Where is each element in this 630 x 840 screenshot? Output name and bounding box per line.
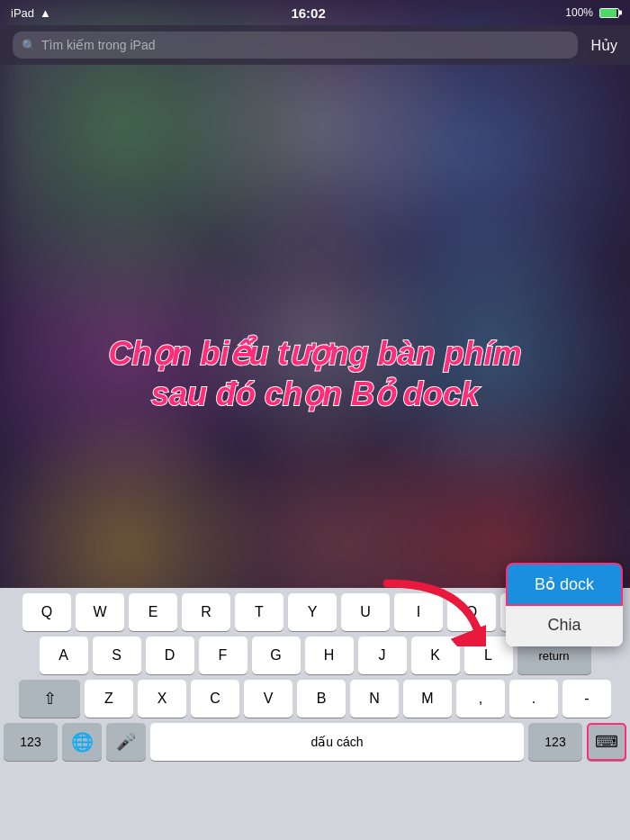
key-space[interactable]: dấu cách [150,723,524,761]
key-keyboard-icon[interactable]: ⌨ [587,723,626,761]
status-left: iPad ▲ [11,6,51,20]
key-comma[interactable]: , [456,680,505,718]
status-bar: iPad ▲ 16:02 100% [0,0,630,25]
key-q[interactable]: Q [22,593,71,631]
key-shift[interactable]: ⇧ [19,680,80,718]
key-d[interactable]: D [146,637,194,674]
cancel-button[interactable]: Hủy [590,37,617,54]
battery-pct-label: 100% [565,6,593,19]
keyboard-row-3: ⇧ Z X C V B N M , . - [4,680,626,718]
key-h[interactable]: H [305,637,354,674]
arrow-icon [378,574,486,646]
key-m[interactable]: M [403,680,452,718]
ipad-label: iPad [11,6,34,20]
search-icon: 🔍 [22,39,36,52]
key-r[interactable]: R [182,593,230,631]
key-globe[interactable]: 🌐 [62,723,102,761]
menu-item-chia[interactable]: Chia [506,606,623,646]
wifi-icon: ▲ [40,6,51,20]
battery-icon [599,8,619,18]
key-e[interactable]: E [129,593,177,631]
instruction-text: Chọn biểu tượng bàn phím sau đó chọn Bỏ … [27,333,603,414]
battery-tip [619,11,622,15]
key-b[interactable]: B [297,680,346,718]
key-v[interactable]: V [244,680,292,718]
key-c[interactable]: C [191,680,239,718]
key-y[interactable]: Y [288,593,337,631]
key-z[interactable]: Z [85,680,133,718]
key-a[interactable]: A [40,637,88,674]
status-right: 100% [565,6,619,19]
key-dash[interactable]: - [562,680,611,718]
key-period[interactable]: . [509,680,558,718]
key-mic[interactable]: 🎤 [106,723,146,761]
battery-fill [600,9,616,17]
key-num-left[interactable]: 123 [4,723,58,761]
context-menu: Bỏ dock Chia [506,563,623,646]
key-t[interactable]: T [235,593,284,631]
key-num-right[interactable]: 123 [528,723,582,761]
status-time: 16:02 [291,5,325,21]
key-g[interactable]: G [252,637,301,674]
instruction-line2: sau đó chọn Bỏ dock [27,374,603,414]
key-x[interactable]: X [138,680,186,718]
key-n[interactable]: N [350,680,399,718]
instruction-line1: Chọn biểu tượng bàn phím [27,333,603,374]
key-s[interactable]: S [93,637,141,674]
key-f[interactable]: F [199,637,248,674]
key-w[interactable]: W [76,593,124,631]
keyboard-bottom-row: 123 🌐 🎤 dấu cách 123 ⌨ [0,723,630,766]
search-input-wrap[interactable]: 🔍 Tìm kiếm trong iPad [13,32,578,59]
search-bar: 🔍 Tìm kiếm trong iPad Hủy [0,25,630,65]
menu-item-bodock[interactable]: Bỏ dock [506,563,623,606]
search-placeholder: Tìm kiếm trong iPad [41,38,155,52]
arrow-container [378,574,486,646]
